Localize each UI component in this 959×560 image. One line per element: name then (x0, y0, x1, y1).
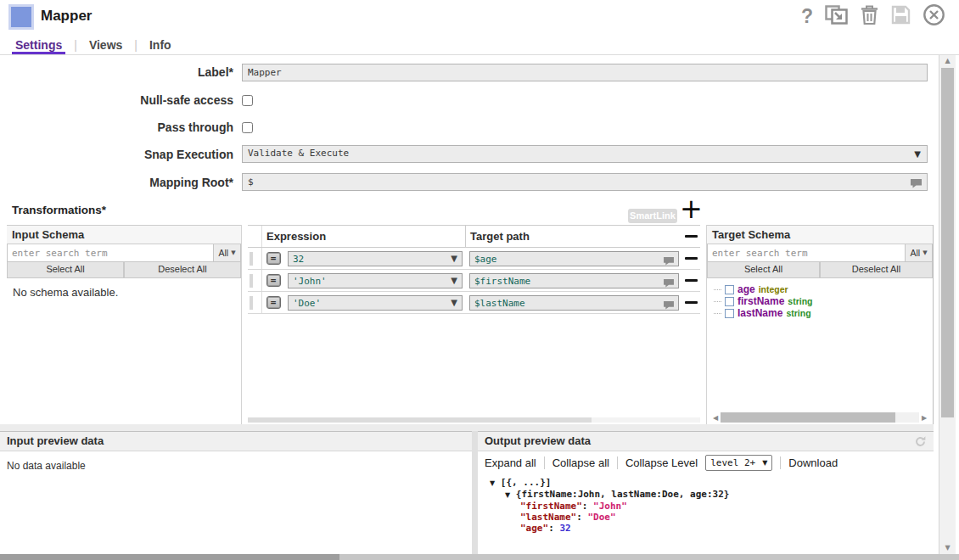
null-safe-checkbox[interactable] (242, 95, 253, 106)
row-drag-handle[interactable] (248, 248, 262, 269)
target-schema-filter-dropdown[interactable]: All ▼ (906, 244, 933, 262)
target-schema-search-input[interactable] (707, 244, 906, 262)
input-schema-deselect-all-button[interactable]: Deselect All (124, 262, 241, 278)
pass-through-checkbox[interactable] (242, 122, 253, 133)
target-schema-deselect-all-button[interactable]: Deselect All (820, 262, 933, 278)
collapse-all-button[interactable]: Collapse all (552, 456, 609, 469)
expand-all-button[interactable]: Expand all (485, 456, 536, 469)
filter-value: All (218, 248, 228, 258)
field-checkbox[interactable] (725, 309, 734, 318)
window-horizontal-scrollbar[interactable] (0, 554, 959, 560)
chevron-down-icon: ▼ (923, 249, 927, 256)
suggest-bubble-icon[interactable] (663, 276, 675, 291)
output-preview-header: Output preview data (478, 431, 934, 451)
expression-toggle-button[interactable]: = (266, 296, 281, 309)
main-vertical-scrollbar[interactable]: ▲ ▼ (939, 55, 956, 554)
scroll-up-icon[interactable]: ▲ (939, 55, 956, 67)
refresh-icon[interactable] (914, 435, 927, 454)
field-checkbox[interactable] (725, 285, 734, 294)
input-schema-filter-dropdown[interactable]: All ▼ (214, 244, 241, 262)
chevron-down-icon: ▼ (231, 249, 235, 256)
schema-field-row: lastName string (714, 307, 933, 319)
collapse-node-icon[interactable]: ▼ (505, 491, 510, 499)
scroll-down-icon[interactable]: ▼ (939, 542, 956, 554)
row-drag-handle[interactable] (248, 292, 262, 313)
target-path-input[interactable] (469, 295, 679, 311)
target-schema-tree: age integer firstName string lastName st… (707, 278, 933, 319)
snap-execution-select[interactable]: Validate & Execute ▼ (242, 145, 928, 163)
target-path-input[interactable] (469, 251, 679, 266)
table-horizontal-scrollbar[interactable] (248, 417, 700, 423)
output-preview-title: Output preview data (485, 434, 591, 447)
scrollbar-thumb[interactable] (0, 554, 339, 560)
input-schema-title: Input Schema (7, 225, 241, 244)
smartlink-button[interactable]: SmartLink (628, 209, 677, 223)
tab-views[interactable]: Views (86, 38, 126, 54)
scrollbar-thumb[interactable] (721, 412, 895, 423)
close-icon[interactable] (923, 3, 945, 30)
mapping-root-label: Mapping Root* (12, 176, 233, 189)
scroll-right-icon[interactable]: ▶ (919, 414, 929, 422)
target-schema-select-all-button[interactable]: Select All (707, 262, 820, 278)
target-path-input[interactable] (469, 273, 679, 288)
json-string-value: "Doe" (587, 512, 615, 523)
scrollbar-track[interactable] (721, 412, 919, 423)
target-schema-select-row: Select All Deselect All (707, 262, 933, 278)
null-safe-label: Null-safe access (12, 93, 233, 107)
row-drag-handle[interactable] (248, 270, 262, 291)
output-json-tree: ▼ [{, ...}] ▼ {firstName:John, lastName:… (478, 473, 934, 534)
table-row: = ▼ (248, 270, 700, 292)
scrollbar-thumb[interactable] (941, 68, 954, 417)
collapse-node-icon[interactable]: ▼ (490, 479, 495, 487)
tab-info[interactable]: Info (146, 38, 175, 54)
delete-icon[interactable] (860, 4, 879, 29)
help-icon[interactable]: ? (801, 5, 813, 27)
dialog-title: Mapper (41, 8, 92, 25)
json-root-line: ▼ [{, ...}] (485, 478, 934, 489)
save-icon[interactable] (891, 5, 911, 28)
target-schema-horizontal-scrollbar[interactable]: ◀ ▶ (710, 412, 929, 423)
snap-execution-value: Validate & Execute (248, 148, 349, 159)
input-schema-select-row: Select All Deselect All (7, 262, 241, 278)
expression-toggle-button[interactable]: = (266, 274, 281, 287)
chevron-down-icon: ▼ (914, 149, 921, 159)
scroll-left-icon[interactable]: ◀ (710, 414, 721, 422)
expression-toggle-button[interactable]: = (266, 252, 281, 265)
field-type: integer (759, 284, 788, 294)
json-number-value: 32 (559, 523, 570, 534)
gutter-cell (248, 226, 262, 247)
input-schema-search-row: All ▼ (7, 244, 241, 262)
output-preview-toolbar: Expand all Collapse all Collapse Level l… (478, 451, 934, 473)
download-button[interactable]: Download (788, 456, 838, 469)
toolbar-separator (780, 456, 781, 469)
suggest-bubble-icon[interactable] (910, 176, 923, 192)
input-schema-select-all-button[interactable]: Select All (7, 262, 124, 278)
field-name: age (737, 283, 755, 295)
popout-icon[interactable] (825, 5, 848, 28)
remove-row-button[interactable] (685, 279, 698, 282)
field-checkbox[interactable] (725, 297, 734, 306)
output-preview-panel: Output preview data Expand all Collapse … (478, 431, 934, 554)
input-schema-search-input[interactable] (7, 244, 214, 262)
remove-row-button[interactable] (685, 257, 698, 260)
tab-settings[interactable]: Settings (12, 38, 65, 54)
collapse-level-value: level 2+ (710, 457, 755, 468)
tab-bar: Settings | Views | Info (0, 36, 959, 55)
field-name: lastName (737, 307, 782, 319)
table-row: = ▼ (248, 292, 700, 314)
snap-execution-label: Snap Execution (12, 148, 233, 161)
expression-input[interactable] (288, 273, 463, 288)
suggest-bubble-icon[interactable] (663, 298, 675, 313)
mapping-root-input[interactable] (242, 173, 928, 191)
add-row-button[interactable]: + (680, 195, 703, 222)
preview-divider (472, 431, 478, 554)
remove-row-button[interactable] (685, 235, 698, 238)
target-schema-title: Target Schema (707, 225, 933, 244)
suggest-bubble-icon[interactable] (663, 254, 675, 269)
collapse-level-select[interactable]: level 2+ ▼ (705, 455, 772, 471)
expression-input[interactable] (288, 251, 463, 266)
expression-input[interactable] (288, 295, 463, 311)
json-object-summary: {firstName:John, lastName:Doe, age:32} (516, 489, 730, 500)
remove-row-button[interactable] (685, 301, 698, 304)
label-input[interactable] (242, 64, 928, 81)
